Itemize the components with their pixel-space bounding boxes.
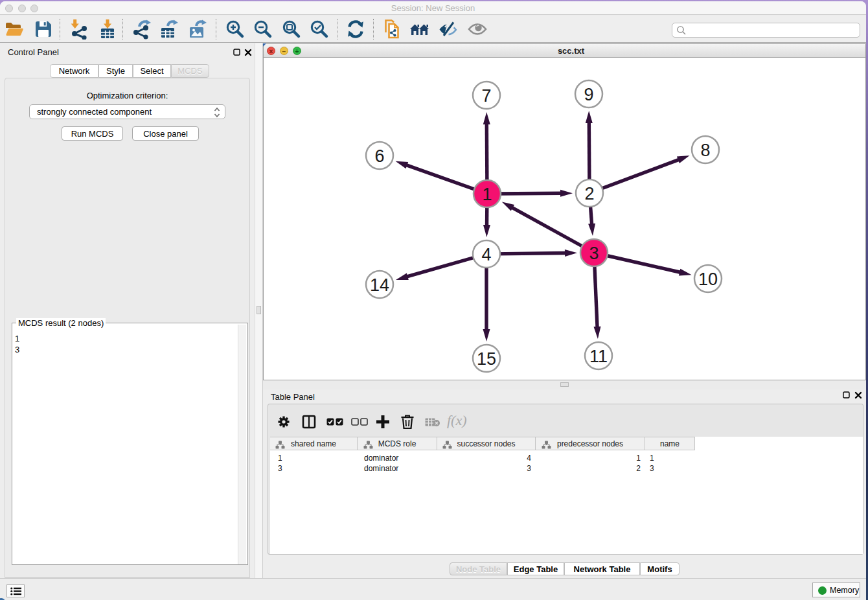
svg-text:1: 1 bbox=[482, 185, 492, 204]
svg-text:14: 14 bbox=[370, 275, 389, 295]
svg-text:15: 15 bbox=[477, 349, 496, 369]
svg-text:8: 8 bbox=[700, 141, 710, 160]
svg-text:6: 6 bbox=[374, 146, 384, 166]
svg-text:9: 9 bbox=[584, 85, 593, 104]
svg-text:11: 11 bbox=[589, 347, 608, 366]
svg-text:10: 10 bbox=[698, 270, 718, 289]
svg-text:7: 7 bbox=[481, 86, 491, 106]
svg-text:2: 2 bbox=[584, 184, 594, 203]
svg-text:4: 4 bbox=[481, 245, 491, 264]
svg-text:3: 3 bbox=[589, 244, 599, 263]
